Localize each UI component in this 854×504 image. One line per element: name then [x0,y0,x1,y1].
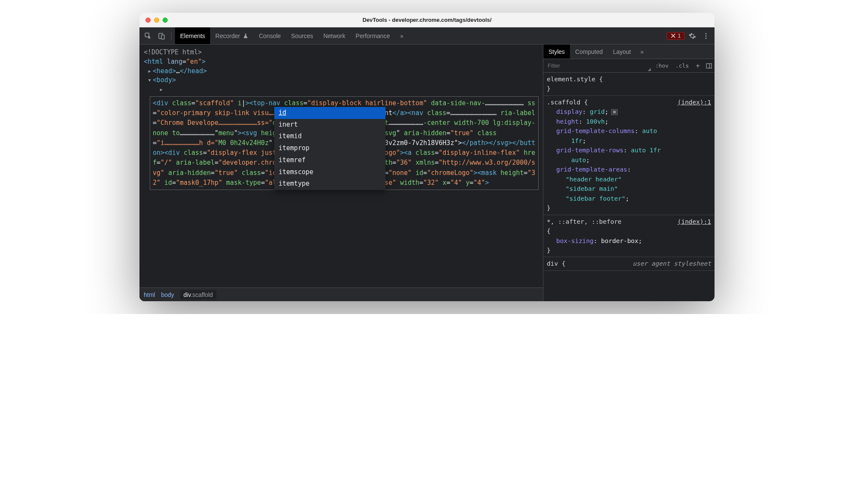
flask-icon [243,33,249,39]
caret-right-icon[interactable]: ▸ [159,85,164,95]
rule-selector: element.style { [547,74,711,84]
rule-source-link[interactable]: (index):1 [677,217,711,226]
autocomplete-item[interactable]: inert [274,119,385,131]
dom-tree[interactable]: <!DOCTYPE html> <html lang="en"> ▸<head>… [139,44,543,288]
traffic-lights [145,18,168,23]
crumb-current[interactable]: div.scaffold [180,290,216,299]
attribute-autocomplete-popup: id inert itemid itemprop itemref itemsco… [274,107,385,190]
settings-icon[interactable] [686,30,698,42]
inspect-element-icon[interactable] [142,30,154,42]
user-agent-label: user agent stylesheet [633,259,711,268]
css-rules: element.style { } .scaffold { (index):1 … [543,73,715,301]
panels-body: <!DOCTYPE html> <html lang="en"> ▸<head>… [139,44,715,301]
rule-source-link[interactable]: (index):1 [677,98,711,107]
titlebar: DevTools - developer.chrome.com/tags/dev… [139,13,715,27]
hov-toggle[interactable]: :hov [652,62,672,69]
styles-subtabs: Styles Computed Layout » [543,44,715,59]
styles-panel: Styles Computed Layout » :hov .cls + ele… [543,44,715,301]
subtab-computed[interactable]: Computed [570,44,608,59]
tab-performance[interactable]: Performance [350,27,395,44]
error-count-pill[interactable]: 1 [667,32,685,40]
grid-swatch-icon[interactable]: ▦ [611,109,618,115]
resize-corner-icon[interactable] [648,68,651,71]
svg-point-4 [706,35,707,36]
toolbar: Elements Recorder Console Sources Networ… [139,27,715,44]
caret-right-icon[interactable]: ▸ [148,67,153,76]
toggle-sidebar-icon[interactable] [703,62,715,69]
svg-rect-2 [161,35,164,39]
tab-network[interactable]: Network [318,27,350,44]
error-icon [670,33,676,39]
minimize-window-button[interactable] [154,18,159,23]
devtools-window: DevTools - developer.chrome.com/tags/dev… [139,13,715,301]
tab-elements[interactable]: Elements [175,27,210,44]
svg-point-3 [706,33,707,34]
autocomplete-item[interactable]: itemprop [274,142,385,154]
tab-console[interactable]: Console [254,27,286,44]
body-node[interactable]: <body> [153,76,176,84]
autocomplete-item[interactable]: itemtype [274,178,385,190]
css-rule[interactable]: *, ::after, ::before (index):1 { box-siz… [543,215,715,258]
subtab-styles[interactable]: Styles [543,44,570,59]
autocomplete-item[interactable]: itemscope [274,166,385,178]
elements-panel: <!DOCTYPE html> <html lang="en"> ▸<head>… [139,44,543,301]
subtabs-overflow[interactable]: » [636,44,648,59]
close-window-button[interactable] [145,18,151,23]
styles-filter-bar: :hov .cls + [543,59,715,73]
kebab-menu-icon[interactable] [700,30,712,42]
head-node[interactable]: <head> [153,67,176,75]
doctype-node: <!DOCTYPE html> [144,48,202,56]
tab-recorder[interactable]: Recorder [210,27,254,44]
styles-filter-input[interactable] [543,62,648,69]
cls-toggle[interactable]: .cls [672,62,692,69]
svg-rect-6 [706,63,712,68]
selected-dom-node[interactable]: <div class="scaffold" i|><top-nav class=… [150,96,539,190]
window-title: DevTools - developer.chrome.com/tags/dev… [145,17,709,23]
divider [171,32,172,40]
top-tabs: Elements Recorder Console Sources Networ… [175,27,409,44]
new-style-rule-button[interactable]: + [692,62,703,70]
error-count: 1 [678,33,681,39]
autocomplete-item[interactable]: itemid [274,130,385,142]
css-rule[interactable]: .scaffold { (index):1 display: grid;▦ he… [543,96,715,215]
tab-sources[interactable]: Sources [286,27,318,44]
crumb-html[interactable]: html [144,291,155,298]
crumb-body[interactable]: body [161,291,174,298]
css-rule[interactable]: div { user agent stylesheet [543,257,715,270]
autocomplete-item[interactable]: itemref [274,154,385,166]
svg-point-5 [706,37,707,39]
subtab-layout[interactable]: Layout [608,44,636,59]
zoom-window-button[interactable] [163,18,168,23]
css-rule[interactable]: element.style { } [543,73,715,96]
html-node[interactable]: <html [144,58,167,65]
caret-down-icon[interactable]: ▾ [148,76,153,85]
device-toolbar-icon[interactable] [156,30,168,42]
autocomplete-item[interactable]: id [274,107,385,119]
tabs-overflow[interactable]: » [395,27,409,44]
rule-selector: div { [547,260,566,267]
breadcrumbs: html body div.scaffold [139,288,543,301]
